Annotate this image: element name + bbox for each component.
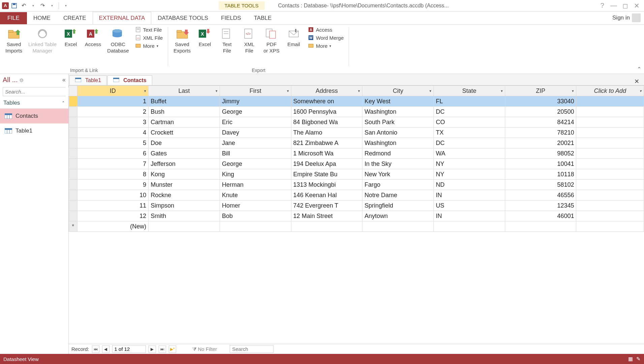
record-position-input[interactable] (112, 345, 146, 353)
cell[interactable] (576, 96, 644, 107)
cell[interactable]: 6 (77, 148, 149, 159)
cell[interactable] (576, 169, 644, 180)
cell[interactable]: Jimmy (220, 96, 291, 107)
table-row[interactable]: 4CrockettDaveyThe AlamoSan AntonioTX7821… (69, 128, 644, 138)
cell[interactable]: 10041 (505, 159, 576, 169)
export-xml-file-button[interactable]: </> XMLFile (239, 26, 259, 55)
cell[interactable]: 84214 (505, 117, 576, 128)
column-header-city[interactable]: City▾ (362, 86, 434, 96)
cell[interactable]: Redmond (362, 148, 434, 159)
design-view-button[interactable]: ✎ (636, 356, 641, 362)
cell[interactable]: Davey (220, 128, 291, 138)
table-row[interactable]: 11SimpsonHomer742 Evergreen TSpringfield… (69, 201, 644, 211)
cell[interactable]: 1313 Mockingbi (291, 180, 362, 190)
cell[interactable]: 4 (77, 128, 149, 138)
database-tools-tab[interactable]: DATABASE TOOLS (151, 12, 215, 24)
save-icon[interactable] (10, 2, 18, 10)
cell[interactable]: 20021 (505, 138, 576, 148)
nav-pane-header[interactable]: All ... ⊙ « (0, 74, 68, 86)
cell[interactable]: 98052 (505, 148, 576, 159)
cell[interactable]: Munster (149, 180, 220, 190)
cell[interactable]: Cartman (149, 117, 220, 128)
cell[interactable]: 10118 (505, 169, 576, 180)
export-word-merge-button[interactable]: W Word Merge (306, 34, 346, 41)
cell[interactable]: 742 Evergreen T (291, 201, 362, 211)
cell[interactable]: 146 Keenan Hal (291, 190, 362, 201)
export-text-file-button[interactable]: TextFile (217, 26, 237, 55)
cell[interactable] (505, 221, 576, 232)
cell[interactable]: South Park (362, 117, 434, 128)
no-filter-indicator[interactable]: ⧩ No Filter (192, 346, 217, 352)
cell[interactable]: 11 (77, 201, 149, 211)
datasheet-grid[interactable]: ID▾Last▾First▾Address▾City▾State▾ZIP▾Cli… (69, 85, 644, 344)
table-row[interactable]: 2BushGeorge1600 PennsylvaWashingtonDC205… (69, 107, 644, 117)
cell[interactable]: NY (434, 169, 505, 180)
cell[interactable]: WA (434, 148, 505, 159)
cell[interactable] (576, 201, 644, 211)
cell[interactable]: Gates (149, 148, 220, 159)
column-header-first[interactable]: First▾ (220, 86, 291, 96)
table-row[interactable]: 3CartmanEric84 Bigboned WaSouth ParkCO84… (69, 117, 644, 128)
last-record-button[interactable]: ⏭ (159, 345, 166, 353)
cell[interactable]: Bush (149, 107, 220, 117)
cell[interactable] (576, 138, 644, 148)
row-selector[interactable] (69, 117, 77, 128)
cell[interactable]: Empire State Bu (291, 169, 362, 180)
redo-dropdown-icon[interactable]: ▾ (48, 2, 56, 10)
cell[interactable]: 3 (77, 117, 149, 128)
cell[interactable]: 8 (77, 169, 149, 180)
cell[interactable]: Herman (220, 180, 291, 190)
cell[interactable]: TX (434, 128, 505, 138)
cell[interactable]: Jane (220, 138, 291, 148)
cell[interactable]: 5 (77, 138, 149, 148)
cell[interactable]: Washington (362, 138, 434, 148)
import-access-button[interactable]: A Access (83, 26, 103, 48)
qat-customize-icon[interactable]: ▾ (62, 2, 70, 10)
cell[interactable]: Rockne (149, 190, 220, 201)
cell[interactable]: DC (434, 138, 505, 148)
cell[interactable]: Notre Dame (362, 190, 434, 201)
next-record-button[interactable]: ▶ (149, 345, 156, 353)
table-row[interactable]: 1BuffetJimmySomewhere onKey WestFL33040 (69, 96, 644, 107)
cell[interactable]: Homer (220, 201, 291, 211)
cell[interactable] (576, 128, 644, 138)
cell[interactable]: 1600 Pennsylva (291, 107, 362, 117)
cell[interactable]: Eric (220, 117, 291, 128)
export-pdf-xps-button[interactable]: PDFor XPS (261, 26, 282, 55)
cell[interactable]: Smith (149, 211, 220, 221)
cell[interactable]: George (220, 159, 291, 169)
cell[interactable]: 821 Zimbabwe A (291, 138, 362, 148)
table-row[interactable]: 8KongKingEmpire State BuNew YorkNY10118 (69, 169, 644, 180)
row-selector[interactable] (69, 128, 77, 138)
nav-search-input[interactable] (3, 87, 71, 96)
export-more-button[interactable]: More ▾ (306, 42, 346, 49)
cell[interactable]: San Antonio (362, 128, 434, 138)
record-search-input[interactable] (230, 345, 273, 353)
cell[interactable]: Washington (362, 107, 434, 117)
row-selector[interactable] (69, 148, 77, 159)
column-header-address[interactable]: Address▾ (291, 86, 362, 96)
sign-in-button[interactable]: Sign in (609, 11, 644, 24)
cell[interactable]: The Alamo (291, 128, 362, 138)
cell[interactable] (220, 221, 291, 232)
cell[interactable]: 78210 (505, 128, 576, 138)
cell[interactable]: DC (434, 107, 505, 117)
redo-icon[interactable]: ↷ (38, 2, 46, 10)
cell[interactable]: Somewhere on (291, 96, 362, 107)
table-row[interactable]: 6GatesBill1 Microsoft WaRedmondWA98052 (69, 148, 644, 159)
cell[interactable]: Fargo (362, 180, 434, 190)
new-record-button[interactable]: ▶* (169, 345, 176, 353)
nav-dropdown-icon[interactable]: ⊙ (20, 77, 24, 83)
cell[interactable]: CO (434, 117, 505, 128)
row-selector[interactable] (69, 201, 77, 211)
table-row[interactable]: 9MunsterHerman1313 MockingbiFargoND58102 (69, 180, 644, 190)
cell[interactable]: 2 (77, 107, 149, 117)
cell[interactable]: 20500 (505, 107, 576, 117)
table-row[interactable]: 5DoeJane821 Zimbabwe AWashingtonDC20021 (69, 138, 644, 148)
export-excel-button[interactable]: X Excel (195, 26, 215, 48)
row-selector[interactable] (69, 138, 77, 148)
restore-button[interactable]: ◻ (620, 1, 630, 10)
cell[interactable] (576, 107, 644, 117)
cell[interactable]: 10 (77, 190, 149, 201)
file-tab[interactable]: FILE (0, 12, 27, 24)
